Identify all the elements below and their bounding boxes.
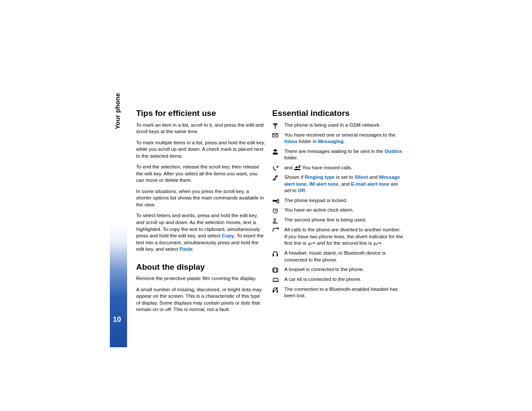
link-email-alert: E-mail alert tone	[351, 181, 389, 187]
envelope-icon	[272, 132, 284, 138]
svg-line-17	[277, 209, 277, 209]
svg-rect-25	[273, 254, 274, 256]
svg-marker-20	[277, 227, 279, 230]
paragraph: In some situations, when you press the s…	[136, 188, 265, 209]
svg-text:2: 2	[273, 218, 276, 224]
divert-icon	[272, 227, 284, 233]
link-inbox: Inbox	[284, 139, 298, 144]
section-label: Your phone	[114, 93, 121, 129]
line2-icon: 2	[272, 217, 284, 224]
link-messaging: Messaging	[318, 139, 343, 144]
indicator-text: All calls to the phone are diverted to a…	[284, 227, 404, 247]
indicator-text: You have received one or several message…	[284, 132, 404, 145]
indicator-text: The phone is being used in a GSM network…	[284, 122, 404, 129]
silent-icon	[272, 174, 284, 181]
indicator-text: A headset, music stand, or Bluetooth dev…	[284, 250, 404, 263]
missed-call-return-icon	[294, 165, 301, 170]
paragraph: To end the selection, release the scroll…	[136, 164, 265, 184]
paragraph: A small number of missing, discolored, o…	[136, 286, 265, 313]
paragraph: To select letters and words, press and h…	[136, 212, 265, 252]
antenna-icon	[272, 122, 284, 129]
outbox-icon	[272, 148, 284, 155]
paragraph: Remove the protective plastic film cover…	[136, 275, 265, 282]
svg-rect-7	[294, 169, 300, 170]
svg-rect-32	[277, 290, 278, 293]
svg-point-30	[276, 280, 277, 282]
headset-icon	[272, 250, 284, 257]
heading-tips: Tips for efficient use	[136, 109, 265, 118]
alarm-icon	[272, 207, 284, 214]
heading-indicators: Essential indicators	[272, 109, 404, 118]
missed-call-icon	[272, 165, 284, 171]
indicator-text: The second phone line is being used.	[284, 217, 404, 224]
paragraph: To mark multiple items in a list, press …	[136, 140, 265, 160]
paragraph: To mark an item in a list, scroll to it,…	[136, 122, 265, 135]
indicator-text: The connection to a Bluetooth-enabled he…	[284, 286, 404, 299]
lock-icon	[272, 197, 284, 203]
bluetooth-lost-icon	[272, 286, 284, 293]
indicator-text: A loopset is connected to the phone.	[284, 266, 404, 273]
heading-about-display: About the display	[136, 262, 265, 272]
car-icon	[272, 276, 284, 282]
link-outbox: Outbox	[385, 149, 402, 154]
svg-point-29	[274, 280, 275, 282]
svg-marker-22	[314, 242, 315, 244]
divert-line2-icon: 2	[373, 240, 381, 246]
svg-text:2: 2	[373, 242, 376, 246]
indicator-text: There are messages waiting to be sent in…	[284, 148, 404, 162]
link-ringing-type: Ringing type	[305, 174, 335, 180]
loopset-icon	[272, 266, 284, 273]
indicator-text: and You have missed calls.	[284, 165, 404, 171]
indicator-text: You have an active clock alarm.	[284, 207, 404, 214]
svg-line-16	[273, 209, 274, 209]
divert-line1-icon: 1	[308, 240, 315, 246]
svg-rect-26	[277, 254, 278, 256]
indicator-text: Shown if Ringing type is set to Silent a…	[284, 174, 404, 194]
link-im-alert: IM alert tone	[309, 181, 339, 187]
page-number: 10	[113, 315, 121, 324]
svg-rect-12	[277, 200, 279, 203]
svg-marker-6	[274, 149, 277, 151]
link-copy: Copy	[222, 233, 234, 238]
svg-rect-11	[273, 200, 277, 202]
link-paste: Paste	[180, 246, 193, 252]
indicator-text: A car kit is connected to the phone.	[284, 276, 404, 283]
indicator-text: The phone keypad is locked.	[284, 197, 404, 204]
svg-text:1: 1	[308, 242, 310, 246]
link-silent: Silent	[355, 174, 368, 180]
svg-rect-5	[273, 153, 277, 154]
link-off: Off	[298, 188, 305, 193]
